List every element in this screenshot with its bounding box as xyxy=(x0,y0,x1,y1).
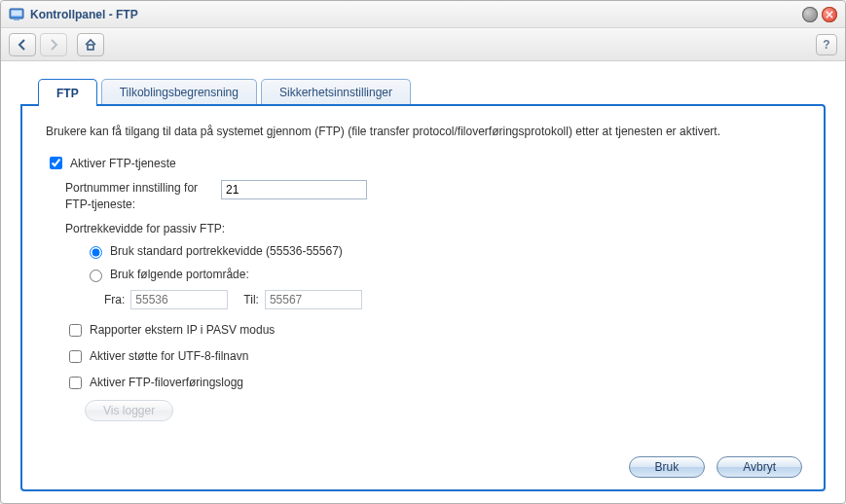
svg-rect-1 xyxy=(12,10,22,16)
tab-label: Sikkerhetsinnstillinger xyxy=(279,86,392,99)
utf8-label: Aktiver støtte for UTF-8-filnavn xyxy=(90,349,248,363)
apply-label: Bruk xyxy=(655,460,680,474)
row-view-logs: Vis logger xyxy=(85,400,800,421)
tab-panel-ftp: Brukere kan få tilgang til data på syste… xyxy=(20,104,826,491)
passive-default-radio[interactable] xyxy=(90,246,102,259)
panel-description: Brukere kan få tilgang til data på syste… xyxy=(46,124,800,140)
close-button[interactable] xyxy=(822,7,837,22)
range-from-label: Fra: xyxy=(104,293,125,306)
minimize-button[interactable] xyxy=(802,7,818,22)
forward-button[interactable] xyxy=(40,33,67,56)
range-to-label: Til: xyxy=(243,293,259,306)
port-input[interactable] xyxy=(221,180,367,199)
tab-ftp[interactable]: FTP xyxy=(38,79,97,106)
range-to-input[interactable] xyxy=(265,290,362,309)
row-port: Portnummer innstilling for FTP-tjeneste: xyxy=(65,180,800,211)
row-passive-custom: Bruk følgende portområde: xyxy=(85,267,800,282)
tab-label: FTP xyxy=(56,87,79,100)
apply-button[interactable]: Bruk xyxy=(629,456,706,478)
xferlog-label: Aktiver FTP-filoverføringslogg xyxy=(90,376,243,389)
row-enable-ftp: Aktiver FTP-tjeneste xyxy=(46,154,800,172)
window: Kontrollpanel - FTP ? FTP Tilkoblingsbeg… xyxy=(0,0,846,504)
port-label: Portnummer innstilling for FTP-tjeneste: xyxy=(65,180,221,211)
back-button[interactable] xyxy=(9,33,36,56)
xferlog-checkbox[interactable] xyxy=(69,377,82,389)
passive-default-label: Bruk standard portrekkevidde (55536-5556… xyxy=(110,244,343,258)
svg-rect-2 xyxy=(14,18,19,20)
utf8-checkbox[interactable] xyxy=(69,350,82,363)
report-ip-checkbox[interactable] xyxy=(69,324,82,337)
view-logs-button[interactable]: Vis logger xyxy=(85,400,173,421)
cancel-label: Avbryt xyxy=(743,460,776,474)
tab-strip: FTP Tilkoblingsbegrensning Sikkerhetsinn… xyxy=(20,77,826,104)
report-ip-label: Rapporter ekstern IP i PASV modus xyxy=(90,323,275,337)
passive-custom-label: Bruk følgende portområde: xyxy=(110,268,249,281)
row-xferlog: Aktiver FTP-filoverføringslogg xyxy=(65,374,800,392)
home-button[interactable] xyxy=(77,33,104,56)
passive-custom-radio[interactable] xyxy=(90,270,102,282)
content-area: FTP Tilkoblingsbegrensning Sikkerhetsinn… xyxy=(1,61,845,503)
range-from-input[interactable] xyxy=(130,290,228,309)
tab-label: Tilkoblingsbegrensning xyxy=(120,86,239,99)
tab-connection-limit[interactable]: Tilkoblingsbegrensning xyxy=(101,79,257,105)
enable-ftp-checkbox[interactable] xyxy=(50,157,62,169)
view-logs-label: Vis logger xyxy=(103,404,155,417)
titlebar: Kontrollpanel - FTP xyxy=(1,1,845,28)
toolbar: ? xyxy=(1,28,845,61)
svg-rect-3 xyxy=(88,45,93,50)
tab-security[interactable]: Sikkerhetsinnstillinger xyxy=(261,79,411,105)
cancel-button[interactable]: Avbryt xyxy=(717,456,802,478)
row-utf8: Aktiver støtte for UTF-8-filnavn xyxy=(65,347,800,366)
row-passive-default: Bruk standard portrekkevidde (55536-5556… xyxy=(85,243,800,259)
passive-range-header: Portrekkevidde for passiv FTP: xyxy=(65,222,800,235)
enable-ftp-label: Aktiver FTP-tjeneste xyxy=(70,157,176,170)
control-panel-icon xyxy=(9,7,24,22)
footer-buttons: Bruk Avbryt xyxy=(629,456,802,478)
row-report-ip: Rapporter ekstern IP i PASV modus xyxy=(65,321,800,340)
row-passive-range: Fra: Til: xyxy=(104,290,800,309)
window-title: Kontrollpanel - FTP xyxy=(30,8,798,21)
help-button[interactable]: ? xyxy=(816,34,837,55)
